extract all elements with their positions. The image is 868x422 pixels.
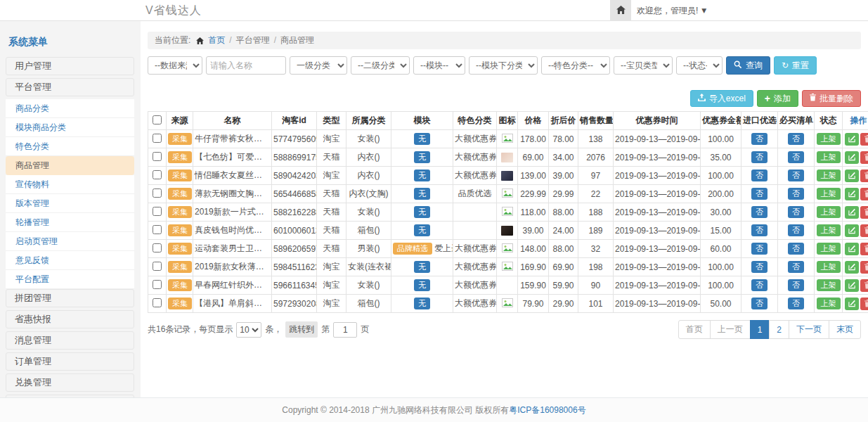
sidebar-item[interactable]: 拼团管理 — [6, 289, 134, 307]
row-checkbox[interactable] — [153, 152, 162, 161]
status-badge[interactable]: 上架 — [817, 298, 841, 309]
delete-button[interactable] — [860, 170, 868, 182]
page-button[interactable]: 下一页 — [789, 320, 829, 339]
row-checkbox[interactable] — [153, 262, 162, 271]
must-buy-badge[interactable]: 否 — [788, 133, 804, 145]
per-page-select[interactable]: 10 — [236, 322, 261, 338]
data-source-select[interactable]: --数据来源-- — [148, 56, 202, 75]
delete-button[interactable] — [860, 261, 868, 274]
row-checkbox[interactable] — [153, 225, 162, 234]
import-select-badge[interactable]: 否 — [751, 188, 767, 200]
item-type-select[interactable]: --宝贝类型-- — [614, 56, 673, 75]
must-buy-badge[interactable]: 否 — [788, 279, 804, 291]
status-badge[interactable]: 上架 — [817, 243, 841, 255]
edit-button[interactable] — [845, 279, 859, 292]
status-badge[interactable]: 上架 — [817, 206, 841, 218]
home-button[interactable] — [610, 0, 631, 21]
page-button[interactable]: 首页 — [678, 320, 711, 339]
module-sub-select[interactable]: --模块下分类-- — [469, 56, 538, 75]
import-select-badge[interactable]: 否 — [751, 261, 767, 273]
edit-button[interactable] — [845, 243, 859, 255]
status-badge[interactable]: 上架 — [817, 188, 841, 200]
must-buy-badge[interactable]: 否 — [788, 298, 804, 309]
sidebar-item[interactable]: 省惠快报 — [6, 310, 134, 328]
delete-button[interactable] — [860, 279, 868, 292]
status-badge[interactable]: 上架 — [817, 279, 841, 291]
row-checkbox[interactable] — [153, 243, 162, 252]
row-checkbox[interactable] — [153, 134, 162, 143]
delete-button[interactable] — [860, 188, 868, 200]
sidebar-item[interactable]: 订单管理 — [6, 352, 134, 371]
edit-button[interactable] — [845, 206, 859, 219]
icp-link[interactable]: 粤ICP备16098006号 — [509, 405, 585, 415]
jump-button[interactable]: 跳转到 — [285, 321, 318, 338]
sidebar-item[interactable]: 用户管理 — [6, 57, 134, 75]
page-button[interactable]: 上一页 — [710, 320, 751, 339]
row-checkbox[interactable] — [153, 280, 162, 289]
select-all-checkbox[interactable] — [153, 115, 162, 124]
category-level2-select[interactable]: --二级分类-- — [351, 56, 410, 75]
sidebar-item[interactable]: 消息管理 — [6, 331, 134, 350]
sidebar-item[interactable]: 特色分类 — [6, 137, 134, 156]
user-menu[interactable]: 欢迎您，管理员! ▼ — [637, 0, 706, 21]
module-select[interactable]: --模块-- — [413, 56, 465, 75]
status-select[interactable]: --状态-- — [676, 56, 723, 75]
import-select-badge[interactable]: 否 — [751, 279, 767, 291]
page-button[interactable]: 末页 — [829, 320, 861, 339]
delete-button[interactable] — [860, 206, 868, 219]
row-checkbox[interactable] — [153, 170, 162, 179]
sidebar-item[interactable]: 启动页管理 — [6, 232, 134, 251]
sidebar-item[interactable]: 平台管理 — [6, 78, 134, 96]
import-excel-button[interactable]: 导入excel — [690, 90, 753, 107]
sidebar-item[interactable]: 商品分类 — [6, 99, 134, 118]
import-select-badge[interactable]: 否 — [751, 170, 767, 181]
row-checkbox[interactable] — [153, 207, 162, 216]
must-buy-badge[interactable]: 否 — [788, 206, 804, 218]
row-checkbox[interactable] — [153, 298, 162, 307]
status-badge[interactable]: 上架 — [817, 224, 841, 236]
must-buy-badge[interactable]: 否 — [788, 170, 804, 181]
row-checkbox[interactable] — [153, 188, 162, 198]
delete-button[interactable] — [860, 151, 868, 164]
category-level1-select[interactable]: 一级分类 — [290, 56, 347, 75]
edit-button[interactable] — [845, 133, 859, 146]
must-buy-badge[interactable]: 否 — [788, 188, 804, 200]
delete-button[interactable] — [860, 133, 868, 146]
import-select-badge[interactable]: 否 — [751, 151, 767, 163]
sidebar-item[interactable]: 版本管理 — [6, 194, 134, 213]
import-select-badge[interactable]: 否 — [751, 243, 767, 255]
edit-button[interactable] — [845, 224, 859, 237]
delete-button[interactable] — [860, 224, 868, 237]
page-button[interactable]: 1 — [750, 320, 770, 339]
status-badge[interactable]: 上架 — [817, 261, 841, 273]
status-badge[interactable]: 上架 — [817, 151, 841, 163]
sidebar-item[interactable]: 兑换管理 — [6, 373, 134, 392]
page-button[interactable]: 2 — [769, 320, 789, 339]
must-buy-badge[interactable]: 否 — [788, 224, 804, 236]
import-select-badge[interactable]: 否 — [751, 224, 767, 236]
reset-button[interactable]: ↻ 重置 — [774, 56, 817, 75]
import-select-badge[interactable]: 否 — [751, 206, 767, 218]
add-button[interactable]: + 添加 — [757, 90, 798, 107]
delete-button[interactable] — [860, 298, 868, 310]
must-buy-badge[interactable]: 否 — [788, 243, 804, 255]
edit-button[interactable] — [845, 188, 859, 200]
import-select-badge[interactable]: 否 — [751, 298, 767, 309]
sidebar-item[interactable]: 宣传物料 — [6, 175, 134, 194]
feature-category-select[interactable]: --特色分类-- — [541, 56, 610, 75]
import-select-badge[interactable]: 否 — [751, 133, 767, 145]
delete-button[interactable] — [860, 243, 868, 255]
search-button[interactable]: 查询 — [726, 56, 770, 75]
sidebar-item[interactable]: 商品管理 — [6, 156, 134, 175]
edit-button[interactable] — [845, 298, 859, 310]
sidebar-item[interactable]: 平台配置 — [6, 270, 134, 289]
name-input[interactable] — [206, 56, 286, 75]
sidebar-item[interactable]: 意见反馈 — [6, 251, 134, 270]
edit-button[interactable] — [845, 151, 859, 164]
edit-button[interactable] — [845, 170, 859, 182]
sidebar-item[interactable]: 模块商品分类 — [6, 118, 134, 137]
status-badge[interactable]: 上架 — [817, 170, 841, 181]
edit-button[interactable] — [845, 261, 859, 274]
must-buy-badge[interactable]: 否 — [788, 261, 804, 273]
status-badge[interactable]: 上架 — [817, 133, 841, 145]
